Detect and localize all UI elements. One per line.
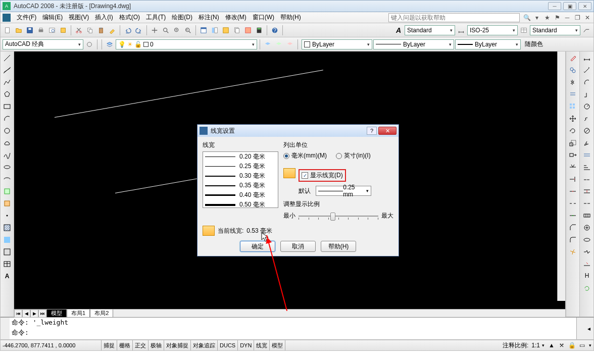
point-icon[interactable] [2,210,13,221]
comm-center-icon[interactable]: ★ [543,14,551,22]
text-style-dropdown[interactable]: Standard▾ [405,25,455,35]
dialog-close-button[interactable]: ✕ [378,127,397,135]
extend-icon[interactable] [567,174,578,185]
command-resize-icon[interactable]: ◂ [584,318,593,339]
tab-next-icon[interactable]: ▶ [30,309,38,318]
layer-dropdown[interactable]: 💡☀🔓 0 ▾ [116,39,257,49]
match-props-icon[interactable] [107,25,117,35]
zoom-previous-icon[interactable] [183,25,193,35]
model-toggle[interactable]: 模型 [270,340,285,350]
save-icon[interactable] [25,25,35,35]
paste-icon[interactable] [96,25,106,35]
jogged-linear-icon[interactable] [581,246,592,257]
chamfer-icon[interactable] [567,222,578,233]
lw-item-0[interactable]: 0.20 毫米 [203,152,278,162]
polar-toggle[interactable]: 极轴 [148,340,164,350]
mtext-icon[interactable]: A [2,271,13,282]
tab-prev-icon[interactable]: ◀ [22,309,30,318]
menu-window[interactable]: 窗口(W) [250,12,277,23]
dim-edit-icon[interactable] [581,258,592,270]
unit-in-radio[interactable]: 英寸(in)(I) [336,151,371,160]
dim-jogged-icon[interactable] [581,113,592,124]
xline-icon[interactable] [2,65,13,76]
plot-preview-icon[interactable] [47,25,57,35]
table-style-dropdown[interactable]: Standard▾ [530,25,580,35]
rotate-icon[interactable] [567,125,578,136]
insert-block-icon[interactable] [2,186,13,197]
ellipse-icon[interactable] [2,162,13,173]
dim-arc-icon[interactable] [581,77,592,88]
fillet-icon[interactable] [567,234,578,245]
inspect-dim-icon[interactable] [581,234,592,245]
region-icon[interactable] [2,246,13,257]
doc-close-icon[interactable]: ✕ [583,14,591,22]
lw-item-3[interactable]: 0.35 毫米 [203,181,278,190]
color-dropdown[interactable]: ByLayer▾ [302,39,372,49]
scale-slider[interactable] [299,211,378,221]
dim-text-edit-icon[interactable]: H [581,271,592,282]
gradient-icon[interactable] [2,234,13,245]
scale-slider-thumb[interactable] [330,213,335,221]
dim-diameter-icon[interactable] [581,125,592,136]
status-tray-icon[interactable]: ▭ [578,341,586,349]
dim-baseline-icon[interactable] [581,162,592,173]
dim-ordinate-icon[interactable] [581,89,592,100]
layer-match-icon[interactable] [285,39,295,49]
offset-icon[interactable] [567,89,578,100]
table-icon[interactable] [2,258,13,270]
help-search-icon[interactable]: 🔍 [523,14,531,22]
properties-icon[interactable] [199,25,209,35]
dim-style-icon[interactable] [456,25,466,35]
dim-continue-icon[interactable] [581,174,592,185]
tolerance-icon[interactable] [581,210,592,221]
rectangle-icon[interactable] [2,101,13,112]
dim-break-icon[interactable] [581,198,592,209]
doc-minimize-icon[interactable]: ─ [563,14,571,22]
ok-button[interactable]: 确定 [240,241,275,252]
sheet-set-icon[interactable] [232,25,242,35]
dim-aligned-icon[interactable] [581,65,592,76]
menu-modify[interactable]: 修改(M) [222,12,250,23]
command-handle[interactable] [1,318,10,339]
join-icon[interactable] [567,210,578,221]
dim-space-icon[interactable] [581,186,592,197]
menu-edit[interactable]: 编辑(E) [39,12,66,23]
default-lineweight-dropdown[interactable]: 0.25 mm ▾ [316,186,371,196]
dialog-help-icon[interactable]: ? [367,127,377,135]
unit-mm-radio[interactable]: 毫米(mm)(M) [283,151,327,160]
redo-icon[interactable] [134,25,144,35]
polyline-icon[interactable] [2,77,13,88]
scale-icon[interactable] [567,137,578,148]
lw-item-1[interactable]: 0.25 毫米 [203,162,278,171]
lwt-toggle[interactable]: 线宽 [254,340,270,350]
trim-icon[interactable] [567,162,578,173]
maximize-button[interactable]: ▣ [563,2,576,10]
dim-radius-icon[interactable] [581,101,592,112]
layer-previous-icon[interactable] [274,39,284,49]
tab-first-icon[interactable]: ⏮ [14,309,22,318]
workspace-dropdown[interactable]: AutoCAD 经典▾ [3,39,83,49]
menu-format[interactable]: 格式(O) [116,12,143,23]
help-icon[interactable]: ? [270,25,280,35]
help-search-input[interactable] [388,13,520,22]
grid-toggle[interactable]: 栅格 [117,340,133,350]
make-block-icon[interactable] [2,198,13,209]
print-icon[interactable] [36,25,46,35]
menu-tools[interactable]: 工具(T) [143,12,169,23]
anno-visibility-icon[interactable]: ▲ [548,341,556,349]
new-icon[interactable] [3,25,13,35]
dim-style-dropdown[interactable]: ISO-25▾ [467,25,518,35]
menu-dim[interactable]: 标注(N) [195,12,222,23]
lw-item-2[interactable]: 0.30 毫米 [203,171,278,181]
minimize-button[interactable]: ─ [548,2,561,10]
multileader-icon[interactable] [581,25,591,35]
hatch-icon[interactable] [2,222,13,233]
lineweight-listbox[interactable]: 0.20 毫米 0.25 毫米 0.30 毫米 0.35 毫米 0.40 毫米 … [203,151,278,208]
ducs-toggle[interactable]: DUCS [218,340,238,350]
undo-icon[interactable] [123,25,133,35]
canvas-vscrollbar[interactable] [557,51,565,301]
lw-item-5[interactable]: 0.50 毫米 [203,200,278,208]
menu-view[interactable]: 视图(V) [66,12,92,23]
doc-restore-icon[interactable]: ❐ [573,14,581,22]
anno-autoscale-icon[interactable]: ⤧ [558,341,566,349]
